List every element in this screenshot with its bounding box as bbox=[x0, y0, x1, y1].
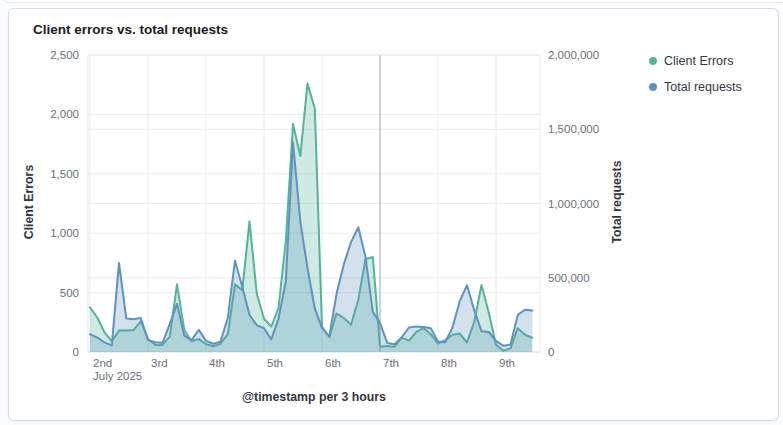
legend-label-client-errors: Client Errors bbox=[664, 54, 733, 68]
left-axis-title: Client Errors bbox=[22, 102, 36, 302]
legend-item-total-requests[interactable]: Total requests bbox=[649, 80, 742, 94]
left-axis-tick-2500: 2,500 bbox=[50, 49, 79, 61]
x-axis-tick-7th: 7th bbox=[383, 357, 399, 369]
x-axis-tick-2nd: 2nd bbox=[93, 357, 112, 369]
legend-dot-total-requests bbox=[649, 83, 657, 91]
legend-item-client-errors[interactable]: Client Errors bbox=[649, 54, 742, 68]
right-axis-title: Total requests bbox=[610, 102, 624, 302]
left-axis-tick-0: 0 bbox=[73, 346, 79, 358]
left-axis-tick-500: 500 bbox=[60, 287, 79, 299]
x-axis-tick-3rd: 3rd bbox=[151, 357, 168, 369]
x-axis-tick-sublabel: July 2025 bbox=[93, 370, 142, 382]
right-axis-tick-500000: 500,000 bbox=[548, 272, 590, 284]
right-axis-tick-2000000: 2,000,000 bbox=[548, 49, 599, 61]
legend-dot-client-errors bbox=[649, 57, 657, 65]
left-axis-tick-1500: 1,500 bbox=[50, 168, 79, 180]
left-axis-tick-2000: 2,000 bbox=[50, 108, 79, 120]
chart-legend: Client Errors Total requests bbox=[649, 54, 742, 106]
x-axis-tick-5th: 5th bbox=[267, 357, 283, 369]
left-axis-tick-1000: 1,000 bbox=[50, 227, 79, 239]
x-axis-tick-9th: 9th bbox=[499, 357, 515, 369]
x-axis-tick-8th: 8th bbox=[441, 357, 457, 369]
x-axis-tick-4th: 4th bbox=[209, 357, 225, 369]
right-axis-tick-1500000: 1,500,000 bbox=[548, 123, 599, 135]
right-axis-tick-0: 0 bbox=[548, 346, 554, 358]
right-axis-tick-1000000: 1,000,000 bbox=[548, 198, 599, 210]
legend-label-total-requests: Total requests bbox=[664, 80, 742, 94]
dashboard-canvas: Client errors vs. total requests 05001,0… bbox=[0, 0, 783, 425]
x-axis-title: @timestamp per 3 hours bbox=[164, 390, 464, 404]
x-axis-tick-6th: 6th bbox=[325, 357, 341, 369]
